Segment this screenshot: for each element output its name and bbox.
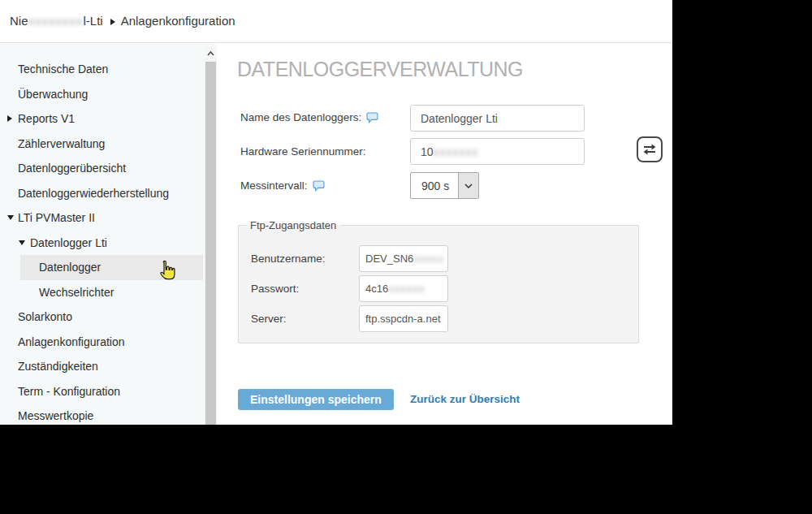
sidebar-item-label: Datenlogger Lti <box>30 236 107 249</box>
ftp-server-value: ftp.sspcdn-a.net <box>365 313 441 325</box>
save-settings-button[interactable]: Einstellungen speichern <box>238 389 394 410</box>
sidebar-item-label: Solarkonto <box>18 310 72 323</box>
sidebar-item-label: Zuständigkeiten <box>18 360 98 373</box>
hint-bubble-icon[interactable] <box>313 180 325 192</box>
main-content: DATENLOGGERVERWALTUNG Name des Datenlogg… <box>217 44 672 425</box>
sidebar-nav: Technische DatenÜberwachungReports V1Zäh… <box>0 57 205 425</box>
sidebar-item-anlagenkonfiguration[interactable]: Anlagenkonfiguration <box>0 330 205 355</box>
ftp-username-redacted: xxxxx <box>413 253 444 265</box>
sidebar: Technische DatenÜberwachungReports V1Zäh… <box>0 44 217 425</box>
sidebar-scrollbar[interactable] <box>205 46 217 425</box>
sidebar-item-zust-ndigkeiten[interactable]: Zuständigkeiten <box>0 354 205 379</box>
page-title: DATENLOGGERVERWALTUNG <box>237 58 523 81</box>
ftp-password-input[interactable]: 4c16xxxxxx <box>359 275 448 302</box>
breadcrumb-site-prefix: Nie <box>10 14 28 28</box>
sidebar-item-wechselrichter[interactable]: Wechselrichter <box>0 280 205 305</box>
breadcrumb-arrow-icon <box>110 19 115 25</box>
interval-label: Messintervall: <box>240 179 325 192</box>
ftp-legend: Ftp-Zugangsdaten <box>246 219 340 231</box>
chevron-down-icon[interactable] <box>458 173 478 198</box>
breadcrumb-page: Anlagenkonfiguration <box>121 14 235 28</box>
sidebar-item-label: Überwachung <box>18 88 88 101</box>
hardware-serial-input[interactable]: 10xxxxxxx <box>410 138 585 165</box>
ftp-username-input[interactable]: DEV_SN6xxxxx <box>359 245 448 272</box>
sidebar-item-label: Wechselrichter <box>39 286 114 299</box>
sidebar-item-technische-daten[interactable]: Technische Daten <box>0 57 205 82</box>
hint-bubble-icon[interactable] <box>366 112 378 123</box>
sidebar-item-solarkonto[interactable]: Solarkonto <box>0 305 205 330</box>
interval-label-text: Messintervall: <box>240 179 308 192</box>
sidebar-item-label: Reports V1 <box>18 112 75 125</box>
datalogger-name-input[interactable]: Datenlogger Lti <box>410 105 585 132</box>
ftp-server-input[interactable]: ftp.sspcdn-a.net <box>359 305 448 332</box>
datalogger-name-value: Datenlogger Lti <box>421 112 498 125</box>
sidebar-item-datenlogger-lti[interactable]: Datenlogger Lti <box>0 231 205 256</box>
sidebar-item-z-hlerverwaltung[interactable]: Zählerverwaltung <box>0 132 205 157</box>
back-to-overview-link[interactable]: Zurück zur Übersicht <box>410 393 520 405</box>
ftp-password-visible: 4c16 <box>365 283 388 295</box>
breadcrumb-site-redacted: xxxxxxxx <box>28 14 84 28</box>
ftp-password-label: Passwort: <box>251 283 299 295</box>
sidebar-item-label: LTi PVMaster II <box>18 211 95 224</box>
chevron-right-icon[interactable] <box>7 115 12 122</box>
ftp-password-redacted: xxxxxx <box>388 283 425 295</box>
sidebar-item-label: Datenloggerübersicht <box>18 162 126 175</box>
sidebar-item-label: Datenloggerwiederherstellung <box>18 187 169 200</box>
sidebar-item-datenlogger-bersicht[interactable]: Datenloggerübersicht <box>0 156 205 181</box>
sidebar-item-term-konfiguration[interactable]: Term - Konfiguration <box>0 379 205 404</box>
sidebar-item-label: Technische Daten <box>18 63 108 76</box>
swap-arrows-icon <box>641 143 658 156</box>
scrollbar-thumb[interactable] <box>205 62 216 425</box>
sidebar-item-label: Messwertkopie <box>18 409 93 422</box>
serial-label-text: Hardware Seriennummer: <box>240 145 366 158</box>
transfer-datalogger-button[interactable] <box>637 136 663 162</box>
sidebar-item-lti-pvmaster-ii[interactable]: LTi PVMaster II <box>0 205 205 231</box>
ftp-server-label: Server: <box>251 313 287 325</box>
interval-select-value: 900 s <box>411 173 458 198</box>
name-label-text: Name des Datenloggers: <box>240 111 361 123</box>
ftp-credentials-group: Ftp-Zugangsdaten Benutzername: DEV_SN6xx… <box>238 225 639 343</box>
chevron-down-icon[interactable] <box>19 240 25 245</box>
name-label: Name des Datenloggers: <box>240 111 378 123</box>
sidebar-item-reports-v1[interactable]: Reports V1 <box>0 106 205 132</box>
sidebar-item-berwachung[interactable]: Überwachung <box>0 82 205 107</box>
app-window: Niexxxxxxxxl-LtiAnlagenkonfiguration Tec… <box>0 0 672 425</box>
ftp-username-label: Benutzername: <box>251 253 326 265</box>
sidebar-item-messwertkopie[interactable]: Messwertkopie <box>0 404 205 425</box>
breadcrumb: Niexxxxxxxxl-LtiAnlagenkonfiguration <box>10 14 235 28</box>
scrollbar-up-arrow-icon[interactable] <box>205 46 217 60</box>
top-bar: Niexxxxxxxxl-LtiAnlagenkonfiguration <box>0 0 672 43</box>
serial-label: Hardware Seriennummer: <box>240 145 366 158</box>
ftp-username-visible: DEV_SN6 <box>365 253 413 265</box>
breadcrumb-site[interactable]: Niexxxxxxxxl-Lti <box>10 14 103 28</box>
sidebar-item-label: Anlagenkonfiguration <box>18 335 125 348</box>
sidebar-item-datenlogger[interactable]: Datenlogger <box>0 255 205 280</box>
sidebar-item-datenloggerwiederherstellung[interactable]: Datenloggerwiederherstellung <box>0 181 205 206</box>
serial-value-redacted: xxxxxxx <box>434 145 479 158</box>
sidebar-item-label: Datenlogger <box>39 261 101 274</box>
serial-value-visible: 10 <box>421 145 434 158</box>
breadcrumb-site-suffix: l-Lti <box>84 14 103 28</box>
sidebar-item-label: Zählerverwaltung <box>18 137 105 150</box>
interval-select[interactable]: 900 s <box>410 172 479 199</box>
sidebar-item-label: Term - Konfiguration <box>18 385 120 398</box>
chevron-down-icon[interactable] <box>7 215 14 220</box>
